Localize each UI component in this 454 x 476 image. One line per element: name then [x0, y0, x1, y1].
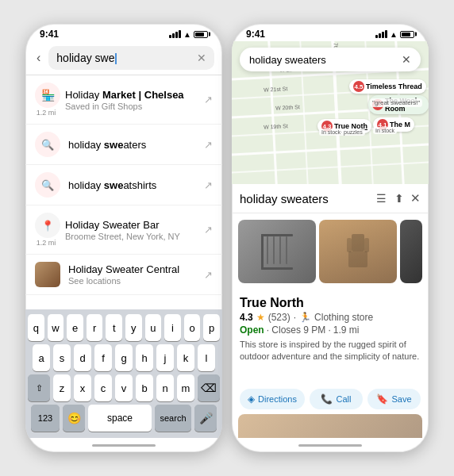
status-time-1: 9:41 [40, 29, 59, 40]
bottom-panel: holiday sweaters ☰ ⬆ ✕ [232, 184, 429, 438]
key-search[interactable]: search [155, 405, 191, 432]
directions-button[interactable]: ◈ Directions [240, 389, 305, 409]
list-item[interactable]: 🔍 holiday sweatshirts ↗ [25, 165, 222, 205]
list-item[interactable]: 📍 1.2 mi Holiday Sweater Bar Broome Stre… [25, 205, 222, 255]
key-r[interactable]: r [87, 314, 103, 341]
panel-close-button[interactable]: ✕ [410, 191, 421, 205]
key-z[interactable]: z [53, 374, 71, 401]
call-icon: 📞 [321, 393, 333, 405]
key-l[interactable]: l [198, 344, 215, 371]
filter-icon[interactable]: ☰ [375, 190, 388, 206]
rating-number: 4.3 [240, 312, 253, 323]
key-j[interactable]: j [156, 344, 174, 371]
map-search-query: holiday sweaters [249, 54, 397, 66]
close-time: · Closes 9 PM [267, 324, 326, 336]
result-title: Holiday Sweater Bar [65, 219, 196, 231]
battery-icon [194, 31, 208, 38]
true-north-subtitle: In stock· puzzles [319, 129, 365, 136]
signal-icon-2 [375, 30, 387, 38]
photo-2[interactable] [319, 220, 397, 283]
key-d[interactable]: d [74, 344, 91, 371]
search-input-box[interactable]: holiday swe ✕ [48, 46, 214, 70]
key-space[interactable]: space [88, 405, 152, 432]
location-icon: 📍 [35, 213, 60, 238]
key-mic[interactable]: 🎤 [194, 405, 217, 432]
key-o[interactable]: o [184, 314, 201, 341]
save-label: Save [391, 394, 411, 404]
store-distance-separator: · [328, 324, 330, 336]
battery-icon-2 [400, 31, 414, 38]
key-f[interactable]: f [94, 344, 112, 371]
search-results-list: 🏪 1.2 mi Holiday Market | Chelsea Saved … [25, 75, 222, 309]
keyboard-row-4: 123 😊 space search 🎤 [28, 405, 220, 432]
panel-title: holiday sweaters [240, 192, 370, 205]
key-v[interactable]: v [115, 374, 133, 401]
key-x[interactable]: x [74, 374, 91, 401]
store-name: True North [240, 296, 421, 310]
list-item[interactable]: 🔍 holiday sweaters ↗ [25, 125, 222, 165]
key-m[interactable]: m [177, 374, 194, 401]
list-item[interactable]: 🏪 1.2 mi Holiday Market | Chelsea Saved … [25, 75, 222, 125]
key-i[interactable]: i [164, 314, 181, 341]
rack-icon [257, 228, 297, 275]
key-n[interactable]: n [156, 374, 174, 401]
map-search-bar[interactable]: holiday sweaters ✕ [240, 48, 421, 71]
key-c[interactable]: c [94, 374, 112, 401]
phone2-content: W 22nd St W 21st St W 20th St W 19th St … [232, 41, 429, 452]
result-text: holiday sweatshirts [68, 179, 196, 191]
key-delete[interactable]: ⌫ [198, 374, 220, 401]
svg-rect-7 [352, 234, 364, 251]
next-store-preview [238, 414, 422, 438]
key-g[interactable]: g [115, 344, 133, 371]
result-title: Holiday Market | Chelsea [65, 89, 196, 101]
key-shift[interactable]: ⇧ [28, 374, 50, 401]
key-u[interactable]: u [145, 314, 162, 341]
call-button[interactable]: 📞 Call [310, 389, 363, 409]
status-icons-1: ▲ [169, 30, 208, 39]
key-p[interactable]: p [203, 314, 220, 341]
key-h[interactable]: h [136, 344, 153, 371]
wifi-icon: ▲ [183, 30, 191, 39]
status-bar-1: 9:41 ▲ [25, 24, 222, 41]
store-description: This store is inspired by the rugged spi… [240, 339, 421, 363]
distance-label: 1.2 mi [35, 239, 57, 247]
list-item[interactable]: Holiday Sweater Central See locations ↗ [25, 255, 222, 295]
save-button[interactable]: 🔖 Save [367, 389, 421, 409]
open-status: Open [240, 324, 264, 336]
back-button[interactable]: ‹ [33, 49, 44, 67]
search-clear-button[interactable]: ✕ [197, 52, 206, 64]
key-y[interactable]: y [125, 314, 142, 341]
svg-rect-2 [267, 236, 268, 264]
key-b[interactable]: b [136, 374, 153, 401]
key-e[interactable]: e [67, 314, 83, 341]
key-w[interactable]: w [48, 314, 64, 341]
key-emoji[interactable]: 😊 [63, 405, 85, 432]
svg-rect-6 [261, 267, 293, 270]
result-subtitle: Saved in Gift Shops [65, 102, 196, 111]
svg-rect-5 [286, 236, 287, 264]
store-thumbnail [35, 262, 60, 287]
key-s[interactable]: s [53, 344, 71, 371]
key-123[interactable]: 123 [31, 405, 60, 432]
key-a[interactable]: a [33, 344, 50, 371]
result-title: Holiday Sweater Central [68, 263, 196, 275]
arrow-icon: ↗ [204, 94, 213, 106]
place-icon: 🏪 [35, 83, 60, 108]
distance-label: 1.2 mi [35, 109, 57, 117]
key-k[interactable]: k [177, 344, 194, 371]
store-type-dot: · [294, 312, 296, 323]
result-text: Holiday Market | Chelsea Saved in Gift S… [65, 89, 196, 111]
svg-rect-3 [273, 236, 275, 264]
map-search-close[interactable]: ✕ [402, 53, 411, 66]
key-t[interactable]: t [106, 314, 122, 341]
store-hours: Open · Closes 9 PM · 1.9 mi [240, 324, 421, 336]
share-icon[interactable]: ⬆ [393, 190, 406, 206]
map-pin-1[interactable]: 4.5 Timeless Thread [349, 79, 426, 94]
svg-rect-1 [261, 234, 293, 236]
mannequin-icon [342, 230, 374, 274]
photo-3[interactable] [400, 220, 422, 283]
photo-1[interactable] [238, 220, 316, 283]
key-q[interactable]: q [28, 314, 44, 341]
delivery-icon: 🏃 [299, 312, 311, 323]
map-area[interactable]: W 22nd St W 21st St W 20th St W 19th St … [232, 41, 429, 184]
